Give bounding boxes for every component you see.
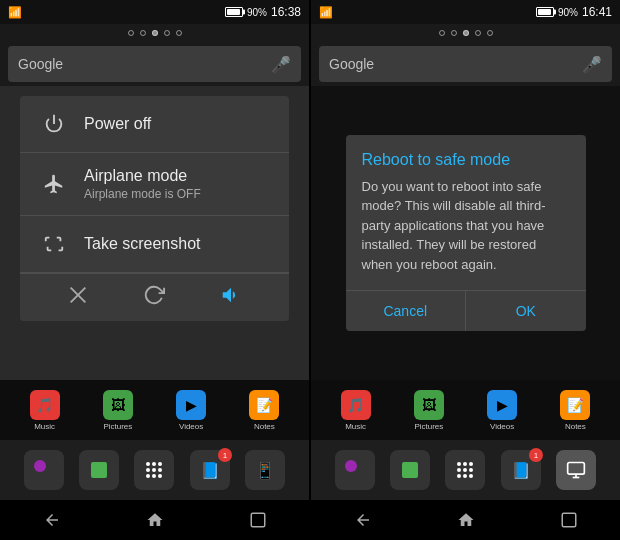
- svg-rect-13: [251, 513, 265, 527]
- cancel-button[interactable]: Cancel: [346, 291, 467, 331]
- dock-badge-1: 1: [218, 448, 232, 462]
- screenshot-icon: [40, 230, 68, 258]
- dock-icon-2b[interactable]: [390, 450, 430, 490]
- tray-music-1[interactable]: 🎵 Music: [27, 385, 63, 435]
- mic-icon-2: 🎤: [582, 55, 602, 74]
- dock-apps-grid[interactable]: [134, 450, 174, 490]
- search-bar-1[interactable]: Google 🎤: [8, 46, 301, 82]
- reboot-dialog: Reboot to safe mode Do you want to reboo…: [346, 135, 586, 332]
- status-bar-right-1: 90% 16:38: [225, 5, 301, 19]
- svg-point-9: [158, 468, 162, 472]
- dot-1-2: [140, 30, 146, 36]
- svg-point-11: [152, 474, 156, 478]
- menu-item-power-off[interactable]: Power off: [20, 96, 289, 153]
- battery-fill-1: [227, 9, 240, 15]
- home-button-1[interactable]: [130, 504, 180, 536]
- dialog-actions: Cancel OK: [346, 290, 586, 331]
- svg-point-8: [152, 468, 156, 472]
- tray-pictures-2[interactable]: 🖼 Pictures: [411, 385, 447, 435]
- back-button-2[interactable]: [338, 504, 388, 536]
- svg-rect-28: [562, 513, 576, 527]
- wifi-icon-2: 📶: [319, 6, 333, 19]
- svg-point-4: [146, 462, 150, 466]
- ok-button[interactable]: OK: [466, 291, 586, 331]
- dialog-body: Do you want to reboot into safe mode? Th…: [346, 177, 586, 291]
- dock-icon-1d[interactable]: 📘 1: [190, 450, 230, 490]
- search-label-1: Google: [18, 56, 271, 72]
- svg-point-19: [457, 468, 461, 472]
- tray-videos-2[interactable]: ▶ Videos: [484, 385, 520, 435]
- nav-bar-2: [311, 500, 620, 540]
- dock-icon-1b[interactable]: [79, 450, 119, 490]
- tray-pictures-1[interactable]: 🖼 Pictures: [100, 385, 136, 435]
- power-menu: Power off Airplane mode Airplane mode is…: [20, 96, 289, 321]
- dialog-title: Reboot to safe mode: [346, 135, 586, 177]
- phone-screen-1: 📶 90% 16:38 Google 🎤: [0, 0, 309, 540]
- power-off-text-container: Power off: [84, 115, 269, 133]
- wallpaper-2: Reboot to safe mode Do you want to reboo…: [311, 86, 620, 380]
- tray-music-2[interactable]: 🎵 Music: [338, 385, 374, 435]
- time-display-1: 16:38: [271, 5, 301, 19]
- battery-fill-2: [538, 9, 551, 15]
- airplane-subtitle: Airplane mode is OFF: [84, 187, 269, 201]
- dot-2-2: [451, 30, 457, 36]
- tray-notes-2[interactable]: 📝 Notes: [557, 385, 593, 435]
- app-tray-1: 🎵 Music 🖼 Pictures ▶ Videos 📝 Notes: [0, 380, 309, 440]
- svg-rect-3: [91, 462, 107, 478]
- svg-rect-25: [568, 463, 585, 475]
- svg-point-20: [463, 468, 467, 472]
- status-bar-2: 📶 90% 16:41: [311, 0, 620, 24]
- dock-apps-grid-2[interactable]: [445, 450, 485, 490]
- svg-point-16: [457, 462, 461, 466]
- notes-icon-1: 📝: [249, 390, 279, 420]
- recents-button-2[interactable]: [544, 504, 594, 536]
- svg-point-10: [146, 474, 150, 478]
- airplane-label: Airplane mode: [84, 167, 269, 185]
- notes-label-1: Notes: [254, 422, 275, 431]
- dot-2-4: [475, 30, 481, 36]
- videos-label-2: Videos: [490, 422, 514, 431]
- menu-item-airplane[interactable]: Airplane mode Airplane mode is OFF: [20, 153, 289, 216]
- back-button-1[interactable]: [27, 504, 77, 536]
- tray-videos-1[interactable]: ▶ Videos: [173, 385, 209, 435]
- dot-1-1: [128, 30, 134, 36]
- battery-percent-1: 90%: [247, 7, 267, 18]
- status-bar-left-2: 📶: [319, 6, 333, 19]
- volume-toggle[interactable]: [220, 284, 242, 311]
- dot-2-5: [487, 30, 493, 36]
- pictures-icon-1: 🖼: [103, 390, 133, 420]
- dock-row-2: 📘 1: [311, 440, 620, 500]
- svg-point-12: [158, 474, 162, 478]
- wallpaper-1: Power off Airplane mode Airplane mode is…: [0, 86, 309, 380]
- svg-point-22: [457, 474, 461, 478]
- music-icon-1: 🎵: [30, 390, 60, 420]
- dock-icon-1a[interactable]: [24, 450, 64, 490]
- dock-icon-2a[interactable]: [335, 450, 375, 490]
- music-icon-2: 🎵: [341, 390, 371, 420]
- svg-point-17: [463, 462, 467, 466]
- dock-icon-2d[interactable]: 📘 1: [501, 450, 541, 490]
- dock-icon-2e[interactable]: [556, 450, 596, 490]
- recents-button-1[interactable]: [233, 504, 283, 536]
- dock-icon-1e[interactable]: 📱: [245, 450, 285, 490]
- bluetooth-toggle[interactable]: [67, 284, 89, 311]
- airplane-icon: [40, 170, 68, 198]
- tray-notes-1[interactable]: 📝 Notes: [246, 385, 282, 435]
- dock-badge-2: 1: [529, 448, 543, 462]
- search-bar-2[interactable]: Google 🎤: [319, 46, 612, 82]
- home-button-2[interactable]: [441, 504, 491, 536]
- svg-point-23: [463, 474, 467, 478]
- nav-bar-1: [0, 500, 309, 540]
- rotate-toggle[interactable]: [143, 284, 165, 311]
- phone-screen-2: 📶 90% 16:41 Google 🎤 Reboot to safe mode…: [311, 0, 620, 540]
- dot-2-1: [439, 30, 445, 36]
- page-indicators-2: [311, 24, 620, 42]
- page-indicators-1: [0, 24, 309, 42]
- videos-icon-2: ▶: [487, 390, 517, 420]
- videos-icon-1: ▶: [176, 390, 206, 420]
- notes-icon-2: 📝: [560, 390, 590, 420]
- mic-icon-1: 🎤: [271, 55, 291, 74]
- music-label-2: Music: [345, 422, 366, 431]
- music-label-1: Music: [34, 422, 55, 431]
- menu-item-screenshot[interactable]: Take screenshot: [20, 216, 289, 273]
